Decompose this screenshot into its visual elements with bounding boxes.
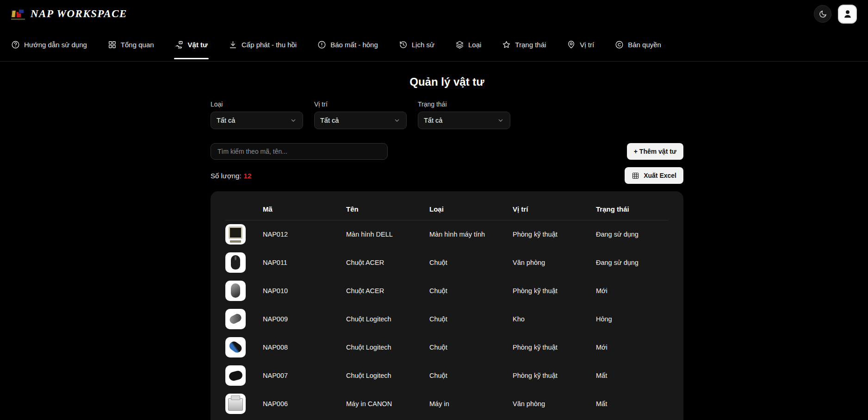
cell-code: NAP009 bbox=[263, 305, 346, 333]
search-input[interactable] bbox=[211, 143, 388, 160]
chevron-down-icon bbox=[497, 117, 504, 124]
nap-logo-icon bbox=[11, 8, 25, 20]
cell-code: NAP007 bbox=[263, 362, 346, 390]
cell-name: Máy in CANON bbox=[346, 390, 429, 418]
cell-status: Đang sử dụng bbox=[596, 249, 669, 277]
cell-location: Phòng kỹ thuật bbox=[513, 277, 596, 305]
theme-toggle-button[interactable] bbox=[814, 5, 831, 23]
user-icon bbox=[843, 9, 853, 19]
nav-tab-label: Lịch sử bbox=[412, 41, 434, 49]
filter-select-value: Tất cả bbox=[320, 117, 339, 124]
nav-tab[interactable]: Bản quyền bbox=[615, 28, 661, 61]
cell-status: Mới bbox=[596, 277, 669, 305]
column-header: Tên bbox=[346, 197, 429, 220]
filter-select-value: Tất cả bbox=[217, 117, 235, 124]
filter: Trạng thái Tất cả bbox=[418, 100, 510, 129]
nav-tab-label: Bản quyền bbox=[628, 41, 661, 49]
cell-status: Mất bbox=[596, 362, 669, 390]
nav-tab[interactable]: Trạng thái bbox=[502, 28, 546, 61]
nav-tab[interactable]: Tổng quan bbox=[108, 28, 154, 61]
nav-tab[interactable]: Hướng dẫn sử dụng bbox=[11, 28, 87, 61]
nav-tab[interactable]: Báo mất - hỏng bbox=[317, 28, 378, 61]
main-content: Quản lý vật tư Loại Tất cả Vị trí Tất cả… bbox=[211, 75, 683, 420]
table-row[interactable]: NAP006 Máy in CANON Máy in Văn phòng Mất bbox=[225, 390, 669, 418]
filter: Vị trí Tất cả bbox=[314, 100, 407, 129]
item-thumbnail bbox=[225, 224, 246, 244]
item-count-value: 12 bbox=[244, 172, 252, 180]
table-row[interactable]: NAP007 Chuột Logitech Chuột Phòng kỹ thu… bbox=[225, 362, 669, 390]
cell-code: NAP012 bbox=[263, 220, 346, 249]
chevron-down-icon bbox=[393, 117, 401, 124]
add-item-button[interactable]: + Thêm vật tư bbox=[627, 143, 683, 160]
table-row[interactable]: NAP011 Chuột ACER Chuột Văn phòng Đang s… bbox=[225, 249, 669, 277]
filter-label: Vị trí bbox=[314, 100, 407, 108]
nav-tab-label: Hướng dẫn sử dụng bbox=[24, 41, 87, 49]
table-row[interactable]: NAP010 Chuột ACER Chuột Phòng kỹ thuật M… bbox=[225, 277, 669, 305]
column-header: Mã bbox=[263, 197, 346, 220]
cell-type: Chuột bbox=[429, 333, 513, 362]
table-grid-icon bbox=[632, 172, 639, 180]
cell-type: Chuột bbox=[429, 362, 513, 390]
table-row[interactable]: NAP012 Màn hình DELL Màn hình máy tính P… bbox=[225, 220, 669, 249]
nav-tab-label: Tổng quan bbox=[121, 41, 154, 49]
filter-select[interactable]: Tất cả bbox=[314, 112, 407, 129]
moon-icon bbox=[818, 10, 827, 19]
cell-name: Chuột Logitech bbox=[346, 333, 429, 362]
cell-status: Đang sử dụng bbox=[596, 220, 669, 249]
nav-tab-icon bbox=[455, 40, 464, 49]
nav-tab[interactable]: Loại bbox=[455, 28, 481, 61]
nav-tab-icon bbox=[317, 40, 326, 49]
nav-tab[interactable]: Cấp phát - thu hồi bbox=[229, 28, 297, 61]
export-excel-button[interactable]: Xuất Excel bbox=[625, 167, 683, 184]
nav-tab[interactable]: Vật tư bbox=[175, 28, 208, 61]
item-thumbnail bbox=[225, 309, 246, 329]
cell-status: Mới bbox=[596, 333, 669, 362]
item-count-label: Số lượng: bbox=[211, 172, 242, 180]
export-excel-label: Xuất Excel bbox=[644, 172, 676, 179]
table-row[interactable]: NAP008 Chuột Logitech Chuột Phòng kỹ thu… bbox=[225, 333, 669, 362]
filter-select[interactable]: Tất cả bbox=[211, 112, 303, 129]
item-thumbnail bbox=[225, 281, 246, 301]
filter-bar: Loại Tất cả Vị trí Tất cả Trạng thái Tất… bbox=[211, 100, 683, 129]
filter-label: Loại bbox=[211, 100, 303, 108]
filter-select[interactable]: Tất cả bbox=[418, 112, 510, 129]
cell-type: Chuột bbox=[429, 277, 513, 305]
table-row[interactable]: NAP009 Chuột Logitech Chuột Kho Hỏng bbox=[225, 305, 669, 333]
nav-tab-label: Báo mất - hỏng bbox=[330, 41, 378, 49]
nav-tab-icon bbox=[567, 40, 576, 49]
cell-name: Chuột Logitech bbox=[346, 362, 429, 390]
nav-tab-icon bbox=[502, 40, 511, 49]
item-thumbnail bbox=[225, 337, 246, 357]
cell-location: Văn phòng bbox=[513, 249, 596, 277]
item-thumbnail bbox=[225, 365, 246, 386]
item-thumbnail bbox=[225, 252, 246, 273]
nav-tab[interactable]: Vị trí bbox=[567, 28, 594, 61]
nav-tab-label: Vật tư bbox=[188, 41, 208, 49]
cell-name: Chuột Logitech bbox=[346, 305, 429, 333]
cell-location: Kho bbox=[513, 305, 596, 333]
user-avatar-button[interactable] bbox=[838, 5, 857, 24]
cell-name: Chuột ACER bbox=[346, 249, 429, 277]
brand: NAP WORKSPACE bbox=[11, 8, 127, 20]
cell-location: Văn phòng bbox=[513, 390, 596, 418]
filter: Loại Tất cả bbox=[211, 100, 303, 129]
column-image bbox=[225, 197, 263, 220]
cell-status: Hỏng bbox=[596, 305, 669, 333]
chevron-down-icon bbox=[290, 117, 297, 124]
cell-name: Chuột ACER bbox=[346, 277, 429, 305]
nav-tab-label: Cấp phát - thu hồi bbox=[242, 41, 297, 49]
cell-type: Chuột bbox=[429, 305, 513, 333]
nav-tab-label: Vị trí bbox=[580, 41, 594, 49]
filter-label: Trạng thái bbox=[418, 100, 510, 108]
cell-code: NAP008 bbox=[263, 333, 346, 362]
nav-tab-icon bbox=[108, 40, 117, 49]
nav-tab-label: Trạng thái bbox=[515, 41, 546, 49]
nav-tab[interactable]: Lịch sử bbox=[399, 28, 434, 61]
nav-tab-icon bbox=[175, 40, 184, 49]
cell-status: Mất bbox=[596, 390, 669, 418]
app-header: NAP WORKSPACE bbox=[0, 0, 868, 28]
table-header-row: Mã Tên Loại Vị trí Trạng thái bbox=[225, 197, 669, 220]
item-count: Số lượng:12 bbox=[211, 172, 251, 180]
materials-table-card: Mã Tên Loại Vị trí Trạng thái NAP012 Màn… bbox=[211, 191, 683, 420]
cell-location: Phòng kỹ thuật bbox=[513, 220, 596, 249]
